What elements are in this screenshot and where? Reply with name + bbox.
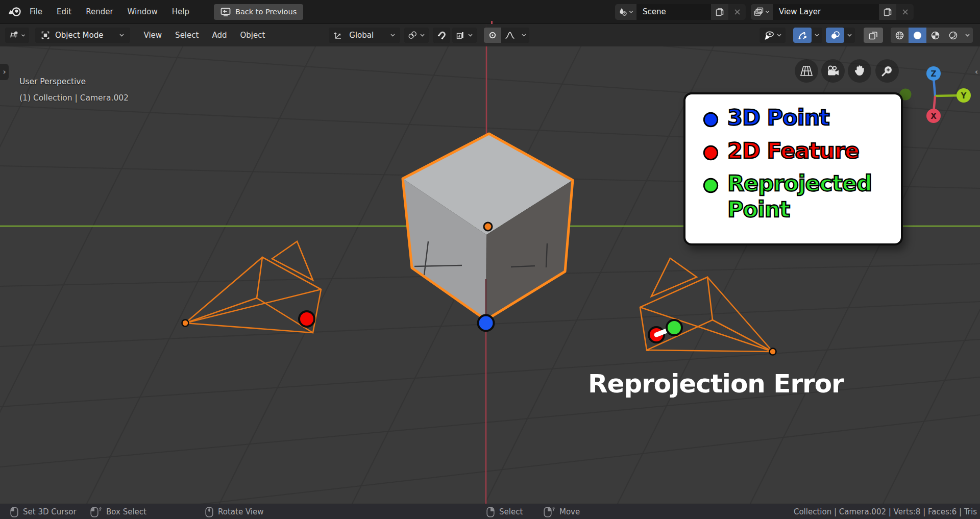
legend-box: 3D Point 2D Feature Reprojected Point	[683, 92, 903, 245]
screen-back-icon	[220, 8, 231, 16]
scene-selector: Scene	[615, 4, 746, 20]
proportional-editing-toggle[interactable]	[484, 28, 501, 43]
viewport-editor-icon	[9, 31, 19, 40]
object-mode-icon	[41, 31, 50, 40]
reprojection-error-annotation: Reprojection Error	[588, 369, 844, 399]
view-layer-name-field[interactable]: View Layer	[773, 4, 879, 20]
gizmo-z-ball[interactable]: Z	[926, 66, 941, 81]
toolbar-expand-tab[interactable]: ›	[0, 64, 9, 80]
menu-add[interactable]: Add	[205, 31, 233, 40]
menu-select[interactable]: Select	[168, 31, 205, 40]
menu-window[interactable]: Window	[120, 7, 165, 16]
axis-gizmo[interactable]: Z Y X	[893, 60, 980, 127]
back-to-previous-label: Back to Previous	[235, 8, 297, 16]
xray-toggle[interactable]	[864, 28, 883, 43]
visibility-eye-icon	[763, 31, 774, 40]
shading-chevron[interactable]	[962, 28, 973, 43]
menu-help[interactable]: Help	[165, 7, 197, 16]
overlays-toggle[interactable]	[826, 28, 844, 43]
magnifier-plus-icon	[881, 65, 894, 78]
orientation-dropdown[interactable]: Global	[329, 28, 400, 43]
overlays-icon	[830, 31, 840, 40]
back-to-previous-button[interactable]: Back to Previous	[214, 4, 303, 20]
menu-edit[interactable]: Edit	[50, 7, 79, 16]
shading-material-button[interactable]	[926, 28, 944, 43]
legend-label-reprojected: Reprojected Point	[727, 170, 893, 222]
scene-unlink-button[interactable]	[728, 4, 746, 20]
snap-with-dropdown[interactable]	[452, 28, 477, 43]
magnet-icon	[437, 31, 447, 40]
visibility-dropdown[interactable]	[760, 28, 786, 43]
cube-object[interactable]	[403, 134, 573, 320]
mode-label: Object Mode	[52, 31, 117, 40]
shading-wireframe-button[interactable]	[891, 28, 909, 43]
menu-view[interactable]: View	[137, 31, 169, 40]
view-perspective-label: User Perspective	[19, 77, 86, 86]
camera-view-button[interactable]	[821, 59, 845, 83]
gizmos-group	[793, 28, 822, 43]
statusbar: Set 3D Cursor Box Select Rotate View Sel…	[0, 504, 980, 519]
shading-solid-button[interactable]	[909, 28, 926, 43]
gizmo-y-ball[interactable]: Y	[957, 88, 971, 103]
movie-camera-icon	[826, 65, 840, 77]
topbar-right: Scene	[615, 4, 914, 20]
overlays-group	[826, 28, 855, 43]
pivot-point-dropdown[interactable]	[404, 28, 429, 43]
axis-seam-tick	[491, 21, 493, 24]
chevron-down-icon	[119, 33, 125, 37]
chevron-down-icon	[468, 33, 473, 37]
mouse-left-drag-icon	[90, 507, 102, 517]
legend-label-2d-feature: 2D Feature	[727, 138, 893, 164]
snap-toggle-button[interactable]	[433, 28, 450, 43]
viewport-header-right	[760, 28, 973, 43]
mouse-middle-icon	[205, 507, 213, 517]
wireframe-sphere-icon	[895, 31, 904, 40]
menu-object[interactable]: Object	[233, 31, 272, 40]
pan-view-button[interactable]	[848, 59, 871, 83]
chevron-down-icon	[814, 33, 820, 37]
scene-icon	[618, 7, 627, 16]
menu-render[interactable]: Render	[79, 7, 120, 16]
view-layer-icon	[754, 7, 764, 16]
gizmo-icon	[797, 30, 807, 40]
orientation-label: Global	[345, 31, 388, 40]
proportional-falloff-chevron[interactable]	[519, 28, 529, 43]
scene-new-button[interactable]	[711, 4, 728, 20]
view-layer-remove-button[interactable]	[896, 4, 914, 20]
cube-origin-dot	[484, 223, 492, 231]
gizmo-x-ball[interactable]: X	[926, 109, 941, 123]
legend-label-3d-point: 3D Point	[727, 105, 893, 131]
hand-icon	[853, 64, 866, 78]
active-collection-label: (1) Collection | Camera.002	[19, 93, 129, 103]
status-label: Box Select	[106, 507, 146, 516]
reprojected-point-dot[interactable]	[667, 320, 682, 335]
menu-file[interactable]: File	[22, 7, 50, 16]
scene-name-field[interactable]: Scene	[636, 4, 711, 20]
duplicate-icon	[884, 8, 892, 16]
mouse-right-drag-icon	[544, 507, 555, 517]
snap-increment-icon	[456, 31, 465, 40]
shading-rendered-button[interactable]	[944, 28, 962, 43]
feature-2d-left-dot[interactable]	[299, 311, 314, 327]
overlays-chevron[interactable]	[844, 28, 855, 43]
proportional-falloff-button[interactable]	[501, 28, 519, 43]
scene-statistics: Collection | Camera.002 | Verts:8 | Face…	[794, 504, 977, 519]
gizmos-toggle[interactable]	[793, 28, 812, 43]
editor-type-button[interactable]	[5, 28, 29, 43]
view-layer-browse-button[interactable]	[751, 4, 773, 20]
mouse-right-icon	[486, 507, 495, 517]
scene-browse-button[interactable]	[615, 4, 636, 20]
gizmos-chevron[interactable]	[812, 28, 822, 43]
chevron-down-icon	[390, 33, 396, 37]
view-layer-selector: View Layer	[751, 4, 914, 20]
mode-dropdown[interactable]: Object Mode	[35, 28, 130, 43]
chevron-down-icon	[420, 33, 425, 37]
solid-sphere-icon	[913, 31, 922, 40]
zoom-grid-button[interactable]	[795, 59, 818, 83]
xray-icon	[868, 31, 878, 40]
viewport-3d[interactable]: Object Mode View Select Add Object Globa…	[0, 24, 980, 504]
point-3d-dot[interactable]	[478, 315, 494, 331]
proportional-circle-icon	[488, 31, 497, 40]
view-layer-new-button[interactable]	[879, 4, 896, 20]
close-icon	[734, 9, 741, 15]
